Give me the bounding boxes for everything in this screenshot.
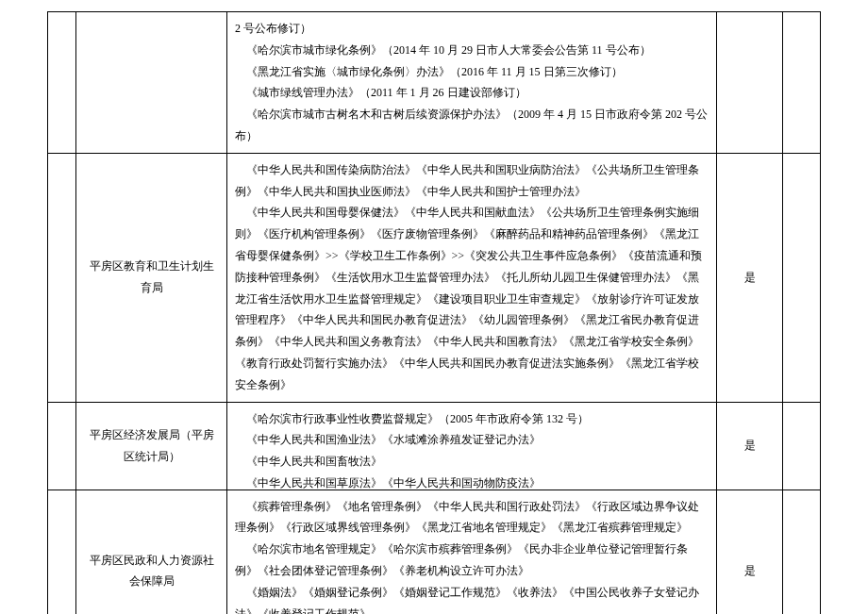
cell-flag: 是 bbox=[717, 490, 783, 614]
content-line: 《黑龙江省实施〈城市绿化条例〉办法》（2016 年 11 月 15 日第三次修订… bbox=[235, 61, 709, 83]
content-line: 《哈尔滨市地名管理规定》《哈尔滨市殡葬管理条例》《民办非企业单位登记管理暂行条例… bbox=[235, 539, 709, 582]
cell-content: 《殡葬管理条例》《地名管理条例》《中华人民共和国行政处罚法》《行政区域边界争议处… bbox=[227, 490, 717, 614]
table-row: 平房区经济发展局（平房区统计局） 《哈尔滨市行政事业性收费监督规定》（2005 … bbox=[48, 402, 821, 490]
table-row: 平房区教育和卫生计划生育局 《中华人民共和国传染病防治法》《中华人民共和国职业病… bbox=[48, 153, 821, 402]
cell-index bbox=[48, 402, 76, 490]
content-line: 《中华人民共和国渔业法》《水域滩涂养殖发证登记办法》 bbox=[235, 429, 709, 451]
dept-text: 平房区民政和人力资源社会保障局 bbox=[90, 554, 214, 589]
regulation-table: 2 号公布修订） 《哈尔滨市城市绿化条例》（2014 年 10 月 29 日市人… bbox=[47, 11, 821, 614]
table-row: 平房区民政和人力资源社会保障局 《殡葬管理条例》《地名管理条例》《中华人民共和国… bbox=[48, 490, 821, 614]
cell-dept: 平房区教育和卫生计划生育局 bbox=[76, 153, 227, 402]
content-line: 《哈尔滨市城市绿化条例》（2014 年 10 月 29 日市人大常委会公告第 1… bbox=[235, 40, 709, 61]
flag-text: 是 bbox=[744, 439, 756, 452]
content-line: 《中华人民共和国母婴保健法》《中华人民共和国献血法》《公共场所卫生管理条例实施细… bbox=[235, 202, 709, 395]
content-line: 《婚姻法》《婚姻登记条例》《婚姻登记工作规范》《收养法》《中国公民收养子女登记办… bbox=[235, 582, 709, 614]
cell-extra bbox=[783, 490, 821, 614]
content-line: 《哈尔滨市城市古树名木和古树后续资源保护办法》（2009 年 4 月 15 日市… bbox=[235, 104, 709, 147]
content-line: 《中华人民共和国草原法》《中华人民共和国动物防疫法》 bbox=[235, 473, 709, 490]
flag-text: 是 bbox=[744, 271, 756, 284]
content-line: 《哈尔滨市行政事业性收费监督规定》（2005 年市政府令第 132 号） bbox=[235, 408, 709, 430]
content-line: 《城市绿线管理办法》（2011 年 1 月 26 日建设部修订） bbox=[235, 82, 709, 104]
cell-content: 《中华人民共和国传染病防治法》《中华人民共和国职业病防治法》《公共场所卫生管理条… bbox=[227, 153, 717, 402]
cell-extra bbox=[783, 153, 821, 402]
cell-extra bbox=[783, 402, 821, 490]
table-row: 2 号公布修订） 《哈尔滨市城市绿化条例》（2014 年 10 月 29 日市人… bbox=[48, 12, 821, 154]
content-line: 2 号公布修订） bbox=[235, 18, 709, 40]
dept-text: 平房区教育和卫生计划生育局 bbox=[90, 259, 214, 294]
content-line: 《殡葬管理条例》《地名管理条例》《中华人民共和国行政处罚法》《行政区域边界争议处… bbox=[235, 496, 709, 539]
cell-flag: 是 bbox=[717, 153, 783, 402]
cell-content: 《哈尔滨市行政事业性收费监督规定》（2005 年市政府令第 132 号） 《中华… bbox=[227, 402, 717, 490]
table-body: 2 号公布修订） 《哈尔滨市城市绿化条例》（2014 年 10 月 29 日市人… bbox=[48, 12, 821, 615]
cell-dept: 平房区民政和人力资源社会保障局 bbox=[76, 490, 227, 614]
cell-flag: 是 bbox=[717, 402, 783, 490]
flag-text: 是 bbox=[744, 564, 756, 577]
cell-dept bbox=[76, 12, 227, 154]
cell-flag bbox=[717, 12, 783, 154]
cell-extra bbox=[783, 12, 821, 154]
cell-content: 2 号公布修订） 《哈尔滨市城市绿化条例》（2014 年 10 月 29 日市人… bbox=[227, 12, 717, 154]
cell-index bbox=[48, 153, 76, 402]
cell-index bbox=[48, 490, 76, 614]
content-line: 《中华人民共和国畜牧法》 bbox=[235, 451, 709, 473]
dept-text: 平房区经济发展局（平房区统计局） bbox=[90, 428, 214, 463]
cell-index bbox=[48, 12, 76, 154]
content-line: 《中华人民共和国传染病防治法》《中华人民共和国职业病防治法》《公共场所卫生管理条… bbox=[235, 159, 709, 203]
cell-dept: 平房区经济发展局（平房区统计局） bbox=[76, 402, 227, 490]
